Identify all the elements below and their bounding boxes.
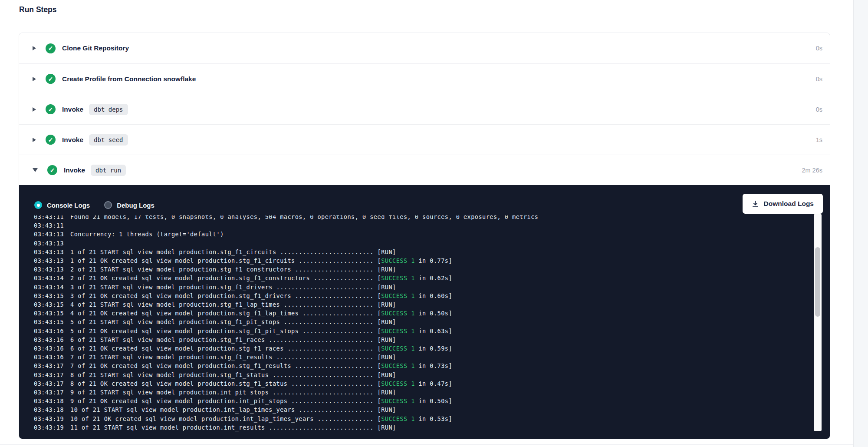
- log-line: 03:43:166 of 21 START sql view model pro…: [34, 335, 804, 344]
- run-steps-page: Run Steps ✓ Clone Git Repository 0s ✓ Cr…: [0, 0, 868, 447]
- log-viewport: 03:43:11Found 21 models, 17 tests, 0 sna…: [34, 215, 804, 438]
- success-check-icon: ✓: [46, 74, 56, 84]
- steps-list: ✓ Clone Git Repository 0s ✓ Create Profi…: [19, 33, 830, 185]
- download-logs-button[interactable]: Download Logs: [743, 194, 823, 214]
- log-line: 03:43:179 of 21 START sql view model pro…: [34, 388, 804, 397]
- log-line: 03:43:189 of 21 OK created sql view mode…: [34, 397, 804, 405]
- download-icon: [752, 200, 759, 208]
- log-output: 03:43:11Found 21 models, 17 tests, 0 sna…: [34, 215, 804, 432]
- log-line: 03:43:11Found 21 models, 17 tests, 0 sna…: [34, 215, 804, 221]
- step-label: Create Profile from Connection snowflake: [62, 75, 196, 83]
- log-line: 03:43:154 of 21 OK created sql view mode…: [34, 309, 804, 318]
- log-line: 03:43:153 of 21 OK created sql view mode…: [34, 291, 804, 300]
- step-label: Clone Git Repository: [62, 44, 129, 52]
- step-duration: 2m 26s: [802, 167, 830, 174]
- log-line: 03:43:178 of 21 START sql view model pro…: [34, 371, 804, 379]
- step-label: Invoke: [62, 106, 83, 113]
- step-duration: 0s: [816, 106, 830, 113]
- page-title: Run Steps: [19, 5, 57, 14]
- log-type-radio-group: Console Logs Debug Logs: [34, 201, 169, 209]
- log-line: 03:43:178 of 21 OK created sql view mode…: [34, 379, 804, 388]
- log-line: 03:43:132 of 21 START sql view model pro…: [34, 265, 804, 274]
- step-command-chip: dbt seed: [89, 134, 128, 146]
- log-line: 03:43:13Concurrency: 1 threads (target='…: [34, 230, 804, 238]
- console-logs-radio[interactable]: Console Logs: [34, 201, 90, 209]
- step-row[interactable]: ✓ Clone Git Repository 0s: [19, 33, 830, 63]
- step-row[interactable]: ✓ Invoke dbt run 2m 26s: [19, 155, 830, 185]
- console-logs-label[interactable]: Console Logs: [47, 202, 90, 209]
- step-duration: 0s: [816, 45, 830, 52]
- expand-caret-icon[interactable]: [33, 77, 36, 81]
- success-check-icon: ✓: [46, 135, 56, 145]
- download-logs-label: Download Logs: [764, 200, 814, 208]
- debug-logs-radio[interactable]: Debug Logs: [104, 201, 155, 209]
- log-line: 03:43:1911 of 21 START sql view model pr…: [34, 423, 804, 432]
- log-line: 03:43:167 of 21 START sql view model pro…: [34, 353, 804, 361]
- step-label: Invoke: [62, 136, 83, 144]
- step-duration: 0s: [816, 76, 830, 83]
- log-line: 03:43:142 of 21 OK created sql view mode…: [34, 274, 804, 282]
- log-line: 03:43:131 of 21 START sql view model pro…: [34, 248, 804, 256]
- log-line: 03:43:1810 of 21 START sql view model pr…: [34, 405, 804, 414]
- log-scrollbar[interactable]: [814, 214, 822, 431]
- success-check-icon: ✓: [46, 43, 56, 53]
- expand-caret-icon[interactable]: [33, 138, 36, 142]
- step-label: Invoke: [64, 166, 85, 174]
- log-line: 03:43:11: [34, 221, 804, 230]
- log-line: 03:43:13: [34, 239, 804, 248]
- radio-selected-icon[interactable]: [34, 201, 42, 209]
- log-line: 03:43:177 of 21 OK created sql view mode…: [34, 361, 804, 370]
- log-line: 03:43:154 of 21 START sql view model pro…: [34, 300, 804, 309]
- collapse-caret-icon[interactable]: [33, 168, 38, 172]
- step-row[interactable]: ✓ Invoke dbt seed 1s: [19, 124, 830, 155]
- bottom-divider: [0, 444, 853, 445]
- log-line: 03:43:155 of 21 START sql view model pro…: [34, 318, 804, 326]
- debug-logs-label[interactable]: Debug Logs: [117, 202, 155, 209]
- step-command-chip: dbt deps: [89, 104, 128, 115]
- expand-caret-icon[interactable]: [33, 107, 36, 112]
- log-scrollbar-thumb[interactable]: [815, 247, 820, 317]
- log-panel: Console Logs Debug Logs Download Logs: [19, 185, 830, 439]
- step-row[interactable]: ✓ Invoke dbt deps 0s: [19, 94, 830, 124]
- steps-card: ✓ Clone Git Repository 0s ✓ Create Profi…: [19, 33, 830, 439]
- right-side-panel-edge: [853, 0, 868, 447]
- success-check-icon: ✓: [47, 165, 57, 175]
- log-line: 03:43:143 of 21 START sql view model pro…: [34, 283, 804, 291]
- log-panel-header: Console Logs Debug Logs Download Logs: [19, 185, 830, 214]
- radio-unselected-icon[interactable]: [104, 201, 112, 209]
- log-line: 03:43:166 of 21 OK created sql view mode…: [34, 344, 804, 353]
- step-row[interactable]: ✓ Create Profile from Connection snowfla…: [19, 63, 830, 94]
- step-duration: 1s: [816, 136, 830, 143]
- log-line: 03:43:1910 of 21 OK created sql view mod…: [34, 414, 804, 423]
- expand-caret-icon[interactable]: [33, 46, 36, 50]
- success-check-icon: ✓: [46, 104, 56, 114]
- step-command-chip: dbt run: [91, 165, 126, 176]
- log-line: 03:43:165 of 21 OK created sql view mode…: [34, 327, 804, 335]
- log-line: 03:43:131 of 21 OK created sql view mode…: [34, 256, 804, 265]
